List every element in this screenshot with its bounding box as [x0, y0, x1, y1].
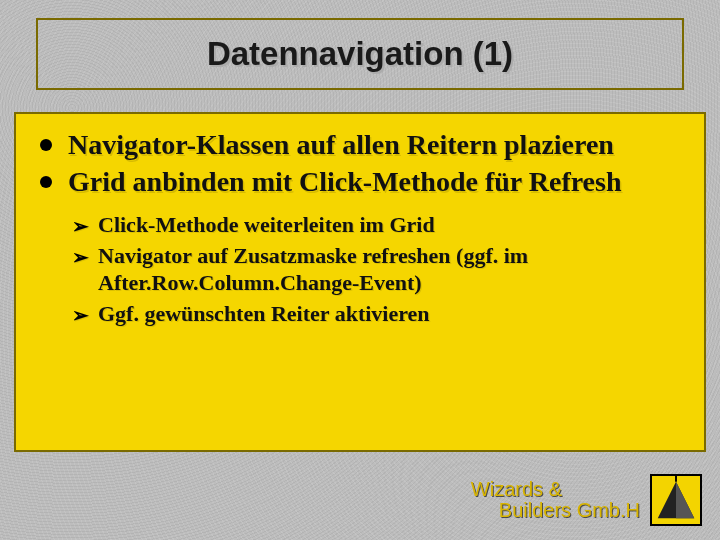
pyramid-icon: [652, 476, 700, 524]
sub-bullet-text: Ggf. gewünschten Reiter aktivieren: [98, 301, 430, 326]
content-box: Navigator-Klassen auf allen Reitern plaz…: [14, 112, 706, 452]
sub-bullet-text: Navigator auf Zusatzmaske refreshen (ggf…: [98, 243, 528, 295]
chevron-icon: ➢: [72, 245, 89, 269]
bullet-list: Navigator-Klassen auf allen Reitern plaz…: [38, 128, 682, 198]
title-box: Datennavigation (1): [36, 18, 684, 90]
chevron-icon: ➢: [72, 303, 89, 327]
footer-line2: Builders Gmb.H: [471, 500, 640, 521]
disc-icon: [40, 176, 52, 188]
bullet-item: Navigator-Klassen auf allen Reitern plaz…: [38, 128, 682, 161]
sub-bullet-item: ➢ Navigator auf Zusatzmaske refreshen (g…: [72, 243, 682, 297]
bullet-text: Grid anbinden mit Click-Methode für Refr…: [68, 166, 622, 197]
company-logo: [650, 474, 702, 526]
svg-marker-1: [676, 482, 694, 518]
bullet-text: Navigator-Klassen auf allen Reitern plaz…: [68, 129, 614, 160]
bullet-item: Grid anbinden mit Click-Methode für Refr…: [38, 165, 682, 198]
slide-title: Datennavigation (1): [207, 35, 513, 73]
footer: Wizards & Builders Gmb.H: [471, 474, 702, 526]
sub-bullet-text: Click-Methode weiterleiten im Grid: [98, 212, 435, 237]
footer-text: Wizards & Builders Gmb.H: [471, 479, 640, 521]
footer-line1: Wizards &: [471, 478, 562, 500]
disc-icon: [40, 139, 52, 151]
sub-bullet-list: ➢ Click-Methode weiterleiten im Grid ➢ N…: [38, 212, 682, 327]
chevron-icon: ➢: [72, 214, 89, 238]
sub-bullet-item: ➢ Click-Methode weiterleiten im Grid: [72, 212, 682, 239]
sub-bullet-item: ➢ Ggf. gewünschten Reiter aktivieren: [72, 301, 682, 328]
